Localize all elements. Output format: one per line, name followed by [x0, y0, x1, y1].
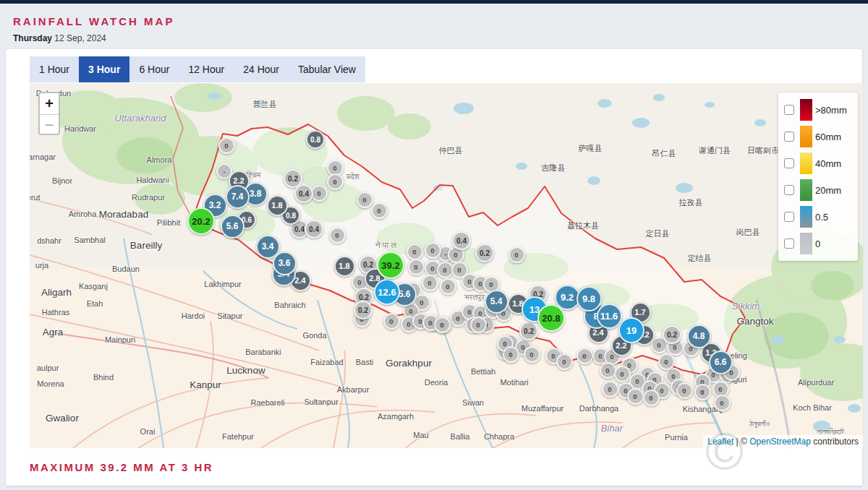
- rainfall-marker[interactable]: 11.6: [597, 304, 622, 329]
- legend-label: >80mm: [815, 105, 847, 116]
- rainfall-marker[interactable]: 5.6: [221, 215, 244, 238]
- map-label: 定日县: [646, 228, 670, 239]
- rainfall-marker[interactable]: 4.8: [687, 324, 711, 348]
- map-label: Sambhal: [74, 236, 105, 244]
- rainfall-marker[interactable]: 0: [371, 202, 388, 219]
- rainfall-marker[interactable]: 0.2: [475, 244, 494, 262]
- rainfall-marker[interactable]: 0: [714, 395, 731, 411]
- rainfall-marker[interactable]: 0: [422, 275, 438, 291]
- map-label: Kanpur: [190, 379, 221, 390]
- rainfall-marker[interactable]: 0: [470, 317, 487, 333]
- map-label: Uttarakhand: [115, 113, 166, 124]
- rainfall-marker[interactable]: 6.6: [709, 351, 733, 374]
- rainfall-legend: >80mm60mm40mm20mm0.50: [778, 93, 858, 261]
- legend-checkbox-05[interactable]: [784, 212, 794, 222]
- rainfall-marker[interactable]: 0: [602, 381, 618, 397]
- legend-label: 0: [815, 238, 820, 249]
- rainfall-marker[interactable]: 0: [600, 362, 616, 379]
- leaflet-link[interactable]: Leaflet: [707, 437, 733, 447]
- legend-row-0: 0: [784, 233, 852, 254]
- tab-24-hour[interactable]: 24 Hour: [234, 56, 289, 82]
- legend-checkbox-40mm[interactable]: [784, 158, 794, 168]
- rainfall-marker[interactable]: 0: [434, 317, 451, 333]
- rainfall-marker[interactable]: 1.8: [267, 195, 288, 216]
- tab-3-hour[interactable]: 3 Hour: [79, 56, 129, 82]
- rainfall-marker[interactable]: 0.4: [294, 184, 313, 203]
- rainfall-marker[interactable]: 0: [327, 173, 344, 190]
- map-label: Agra: [43, 327, 64, 338]
- map-label: Bhind: [93, 373, 114, 382]
- rainfall-marker[interactable]: 1.8: [334, 256, 355, 277]
- date-day: Thursday: [13, 33, 52, 43]
- map-label: Rudrapur: [132, 193, 165, 202]
- rainfall-marker[interactable]: 3.6: [273, 252, 297, 275]
- map-label: Akbarpur: [337, 385, 370, 394]
- legend-swatch: [800, 126, 812, 147]
- rainfall-marker[interactable]: 0.4: [452, 231, 471, 250]
- legend-checkbox-20mm[interactable]: [784, 185, 794, 195]
- time-period-tabs: 1 Hour3 Hour6 Hour12 Hour24 HourTabular …: [30, 56, 365, 82]
- map-label: Raebareli: [250, 398, 284, 407]
- rainfall-map[interactable]: DehradunHaridwarUttarakhandarnagarBijnor…: [30, 83, 863, 448]
- map-label: 聂拉木县: [567, 220, 599, 231]
- tab-6-hour[interactable]: 6 Hour: [129, 56, 179, 82]
- openstreetmap-link[interactable]: OpenStreetMap: [749, 437, 811, 447]
- map-label: Mainpuri: [105, 335, 135, 344]
- rainfall-marker[interactable]: 0.8: [306, 130, 325, 149]
- map-label: 日喀则市: [747, 145, 779, 156]
- rainfall-marker[interactable]: 0.2: [519, 322, 538, 340]
- map-label: Gorakhpur: [386, 358, 432, 369]
- zoom-in-button[interactable]: +: [40, 93, 59, 114]
- map-label: 昂仁县: [652, 148, 676, 159]
- rainfall-marker[interactable]: 0: [643, 390, 660, 406]
- rainfall-marker[interactable]: 0: [408, 259, 425, 275]
- rainfall-marker[interactable]: 0: [407, 244, 423, 260]
- legend-checkbox-80mm[interactable]: [784, 105, 794, 115]
- rainfall-marker[interactable]: 0: [658, 353, 675, 370]
- rainfall-marker[interactable]: 0: [218, 137, 235, 154]
- legend-row-60mm: 60mm: [784, 126, 852, 147]
- rainfall-marker[interactable]: 0: [329, 227, 346, 244]
- legend-label: 60mm: [815, 132, 841, 142]
- rainfall-marker[interactable]: 0.4: [305, 220, 323, 238]
- rainfall-marker[interactable]: 0: [503, 346, 519, 363]
- map-label: Sitapur: [218, 311, 243, 320]
- map-label: Bahraich: [274, 301, 305, 309]
- rainfall-marker[interactable]: 0: [556, 353, 573, 370]
- rainfall-marker[interactable]: 20.2: [187, 207, 215, 235]
- legend-swatch: [800, 152, 812, 174]
- rainfall-marker[interactable]: 0.2: [663, 325, 681, 344]
- rainfall-marker[interactable]: 0: [383, 313, 400, 330]
- rainfall-marker[interactable]: 0: [357, 192, 373, 208]
- rainfall-marker[interactable]: 0: [576, 348, 593, 364]
- rainfall-marker[interactable]: 0: [440, 278, 456, 295]
- tab-1-hour[interactable]: 1 Hour: [30, 56, 79, 82]
- rainfall-marker[interactable]: 0: [509, 246, 525, 263]
- rainfall-marker[interactable]: 0: [694, 384, 711, 400]
- map-label: प्रदेश: [346, 172, 359, 181]
- tab-12-hour[interactable]: 12 Hour: [179, 56, 234, 82]
- rainfall-marker[interactable]: 5.4: [485, 290, 509, 314]
- legend-swatch: [800, 99, 812, 121]
- legend-checkbox-60mm[interactable]: [784, 132, 794, 142]
- rainfall-marker[interactable]: 12.6: [374, 279, 400, 305]
- rainfall-marker[interactable]: 7.4: [226, 185, 250, 209]
- rainfall-marker[interactable]: 0: [676, 382, 693, 399]
- rainfall-marker[interactable]: 0.2: [354, 301, 373, 319]
- rainfall-marker[interactable]: 20.8: [537, 304, 565, 332]
- rainfall-marker[interactable]: 0: [524, 346, 540, 363]
- rainfall-marker[interactable]: 39.2: [377, 252, 404, 279]
- map-label: 仲巴县: [439, 145, 463, 156]
- map-label: Mau: [413, 431, 428, 439]
- rainfall-marker[interactable]: 0: [627, 388, 644, 405]
- map-label: Alipurduar: [798, 378, 834, 387]
- legend-checkbox-0[interactable]: [784, 238, 794, 249]
- zoom-out-button[interactable]: −: [40, 114, 59, 135]
- map-label: Gwalior: [46, 413, 79, 424]
- rainfall-marker[interactable]: 9.8: [576, 286, 602, 311]
- rainfall-marker[interactable]: 19: [618, 317, 644, 343]
- tab-tabular-view[interactable]: Tabular View: [289, 56, 365, 82]
- legend-row-05: 0.5: [784, 206, 852, 228]
- rainfall-marker[interactable]: 0: [614, 366, 631, 382]
- rainfall-marker[interactable]: 0: [425, 242, 441, 259]
